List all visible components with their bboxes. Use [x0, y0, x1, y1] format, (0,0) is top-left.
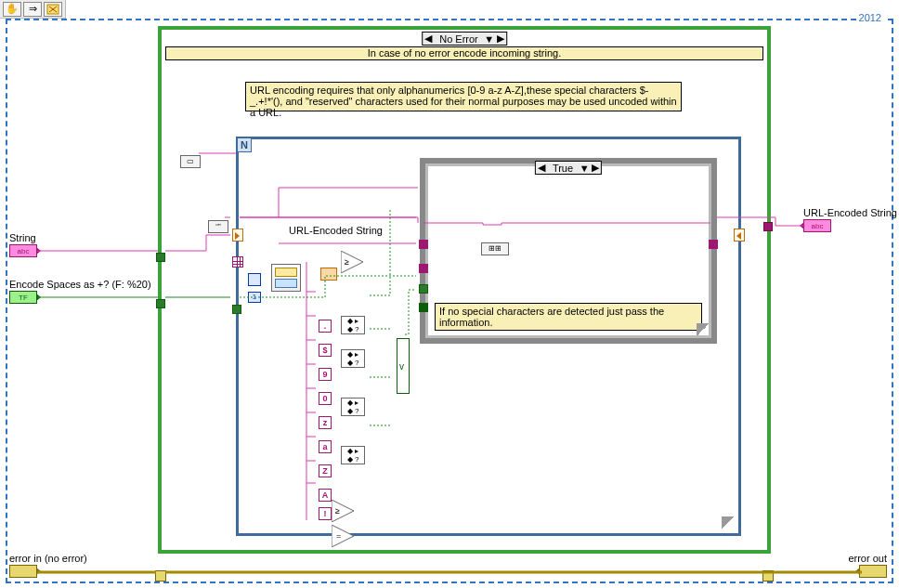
- outer-case-tunnel-out: [763, 222, 773, 231]
- vi-version-label: 2012: [856, 12, 884, 23]
- outer-case-next-icon[interactable]: ▶: [495, 33, 506, 45]
- inner-case-prev-icon[interactable]: ◀: [536, 162, 547, 174]
- error-in-terminal[interactable]: [9, 565, 37, 578]
- arrow-tool-button[interactable]: ⇒: [23, 2, 42, 17]
- inner-case-dropdown-icon[interactable]: ▼: [579, 163, 590, 174]
- inner-case-resize-handle[interactable]: [697, 323, 710, 336]
- outer-case-tunnel-string: [156, 253, 165, 262]
- inner-case-selector[interactable]: ◀ True ▼ ▶: [535, 161, 602, 175]
- shift-register-left[interactable]: [232, 229, 243, 242]
- error-in-label: error in (no error): [9, 553, 87, 564]
- char-const-Z[interactable]: Z: [319, 464, 332, 477]
- inner-case-comment[interactable]: If no special characters are detected ju…: [435, 303, 702, 331]
- error-out-terminal[interactable]: [859, 565, 887, 578]
- info-comment[interactable]: URL encoding requires that only alphanum…: [245, 82, 682, 111]
- encode-spaces-input-label: Encode Spaces as +? (F: %20): [9, 279, 151, 290]
- inner-case-selector-label: True: [547, 163, 579, 174]
- outer-case-tunnel-errin: [155, 570, 166, 581]
- string-prep-node-2[interactable]: “”: [208, 220, 228, 233]
- inrange-box-2[interactable]: ◆ ▸◆ ?: [341, 349, 365, 368]
- outer-case-tunnel-errout: [762, 570, 774, 581]
- block-diagram: ✋ ⇒ 2012 String abc Encode Spaces as +? …: [0, 0, 899, 588]
- inner-tunnel-bool-in: [419, 284, 428, 294]
- outer-case-subtitle: In case of no error encode incoming stri…: [165, 46, 763, 60]
- numeric-constant-1[interactable]: 1: [248, 292, 261, 303]
- concat-strings-node[interactable]: ⊞⊞: [481, 242, 509, 255]
- svg-marker-3: [332, 525, 354, 547]
- char-const-9[interactable]: 9: [319, 368, 332, 381]
- char-const-dot[interactable]: .: [319, 320, 332, 333]
- outer-case-prev-icon[interactable]: ◀: [423, 33, 434, 45]
- outer-case-structure[interactable]: ◀ No Error ▼ ▶ In case of no error encod…: [158, 26, 771, 554]
- outer-case-tunnel-bool: [156, 299, 165, 308]
- string-input-terminal[interactable]: abc: [9, 244, 37, 257]
- toolbar: ✋ ⇒: [0, 0, 66, 19]
- index-terminal[interactable]: [248, 273, 261, 286]
- for-loop[interactable]: N URL-Encoded String 1 ≥ = ≥ . ◆ ▸◆ ? $ …: [236, 137, 741, 536]
- string-prep-node-1[interactable]: ▭: [180, 155, 201, 168]
- char-const-z[interactable]: z: [319, 416, 332, 429]
- char-const-0[interactable]: 0: [319, 392, 332, 405]
- inner-case-next-icon[interactable]: ▶: [590, 162, 601, 174]
- inrange-box-3[interactable]: ◆ ▸◆ ?: [341, 398, 365, 416]
- inner-tunnel-str-in: [419, 240, 428, 249]
- compare-triangle-bot[interactable]: ≥: [332, 500, 359, 522]
- compare-triangle-eq[interactable]: =: [332, 525, 359, 547]
- subvi-node[interactable]: [271, 264, 301, 292]
- char-const-a[interactable]: a: [319, 440, 332, 453]
- outer-case-selector-label: No Error: [434, 33, 484, 45]
- url-encoded-output-label: URL-Encoded String: [803, 207, 897, 218]
- outer-case-selector[interactable]: ◀ No Error ▼ ▶: [422, 32, 507, 46]
- error-out-label: error out: [840, 553, 887, 564]
- forloop-resize-handle[interactable]: [722, 516, 735, 529]
- svg-text:≥: ≥: [345, 257, 349, 267]
- index-string-node[interactable]: [320, 268, 337, 281]
- inner-selector-terminal: [419, 303, 428, 312]
- outer-case-dropdown-icon[interactable]: ▼: [484, 33, 495, 45]
- pan-tool-button[interactable]: ✋: [3, 2, 21, 17]
- inner-case-structure[interactable]: ◀ True ▼ ▶ ⊞⊞ If no special characters a…: [420, 158, 717, 344]
- for-loop-n-terminal: N: [237, 137, 252, 152]
- inrange-box-1[interactable]: ◆ ▸◆ ?: [341, 316, 365, 334]
- inner-tunnel-char-in: [419, 264, 428, 273]
- compound-or-node[interactable]: [397, 338, 410, 394]
- highlight-exec-button[interactable]: [44, 2, 62, 17]
- url-encoded-output-terminal[interactable]: abc: [803, 219, 831, 232]
- char-const-bang[interactable]: !: [319, 507, 332, 520]
- char-const-A[interactable]: A: [319, 489, 332, 502]
- char-const-dollar[interactable]: $: [319, 344, 332, 357]
- inner-tunnel-str-out: [709, 240, 718, 249]
- forloop-tunnel-bool: [232, 305, 241, 314]
- url-encoded-string-inner-label: URL-Encoded String: [289, 225, 383, 236]
- string-input-label: String: [9, 232, 36, 243]
- svg-text:=: =: [336, 531, 341, 541]
- encode-spaces-input-terminal[interactable]: TF: [9, 291, 37, 304]
- compare-triangle-top[interactable]: ≥: [341, 251, 369, 273]
- inrange-box-4[interactable]: ◆ ▸◆ ?: [341, 446, 365, 464]
- auto-index-in[interactable]: [232, 256, 243, 268]
- svg-text:≥: ≥: [335, 506, 340, 516]
- shift-register-right[interactable]: [734, 229, 745, 242]
